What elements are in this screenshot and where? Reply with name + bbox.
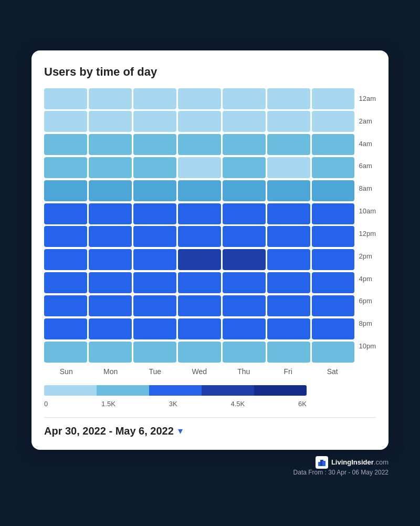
heatmap-cell [44,134,87,155]
heatmap-cell [178,249,221,270]
heatmap-cell [223,203,266,224]
legend-segment [97,385,149,396]
heatmap-cell [44,111,87,132]
heatmap-cell [178,318,221,339]
heatmap-cell [312,88,355,109]
heatmap-cell [267,203,310,224]
heatmap-cell [223,88,266,109]
heatmap-cell [178,226,221,247]
x-day-label: Sat [310,367,355,376]
heatmap-cell [89,88,132,109]
legend-bar [44,385,307,396]
y-time-label: 6am [359,156,376,177]
heatmap-cell [44,180,87,201]
heatmap-cell [44,88,87,109]
heatmap-cell [133,272,176,293]
x-day-label: Thu [222,367,266,376]
heatmap-cell [312,180,355,201]
brand-bold: LivingInsider [331,458,374,466]
heatmap-cell [178,111,221,132]
heatmap-cell [312,111,355,132]
main-card: Users by time of day SunMonTueWedThuFriS… [32,50,388,450]
heatmap-cell [178,203,221,224]
legend-value-label: 0 [44,400,48,408]
heatmap-cell [44,157,87,178]
heatmap-cell [312,157,355,178]
heatmap-cell [89,111,132,132]
heatmap-cell [223,272,266,293]
x-day-label: Fri [266,367,310,376]
y-time-label: 12am [359,88,376,109]
heatmap-cell [133,318,176,339]
heatmap-cell [267,272,310,293]
x-axis: SunMonTueWedThuFriSat [44,367,354,376]
heatmap-cell [223,180,266,201]
heatmap-cell [44,272,87,293]
heatmap-cell [223,157,266,178]
heatmap-cell [223,249,266,270]
heatmap-cell [312,342,355,363]
heatmap-cell [178,88,221,109]
heatmap-cell [89,272,132,293]
y-time-label: 10am [359,201,376,222]
heatmap-cell [178,180,221,201]
footer-data-text: Data From : 30 Apr - 06 May 2022 [293,469,388,476]
legend-value-label: 6K [298,400,307,408]
date-range-row[interactable]: Apr 30, 2022 - May 6, 2022 ▾ [44,425,376,437]
heatmap-cell [89,342,132,363]
heatmap-cell [267,111,310,132]
legend-value-label: 1.5K [101,400,116,408]
heatmap-cell [267,342,310,363]
heatmap-cell [44,249,87,270]
heatmap-cell [267,249,310,270]
heatmap-cell [89,203,132,224]
heatmap-cell [267,88,310,109]
y-axis: 12am2am4am6am8am10am12pm2pm4pm6pm8pm10pm [354,88,376,358]
heatmap-cell [267,157,310,178]
legend-segment [202,385,254,396]
y-time-label: 8am [359,178,376,199]
y-time-label: 4am [359,133,376,154]
heatmap-cell [133,157,176,178]
heatmap-cell [267,226,310,247]
heatmap-cell [178,342,221,363]
heatmap-cell [89,295,132,316]
x-day-label: Mon [88,367,133,376]
legend-segment [254,385,307,396]
legend-area: 01.5K3K4.5K6K [44,385,376,408]
heatmap-cell [223,295,266,316]
heatmap-cell [89,318,132,339]
logo-icon [316,456,328,469]
y-time-label: 6pm [359,291,376,312]
y-time-label: 10pm [359,335,376,356]
heatmap-cell [89,249,132,270]
heatmap-cell [312,134,355,155]
footer-info: LivingInsider.com Data From : 30 Apr - 0… [293,456,388,476]
heatmap-cell [133,88,176,109]
heatmap-cell [133,295,176,316]
heatmap-cell [44,226,87,247]
heatmap-cell [133,249,176,270]
legend-value-label: 4.5K [230,400,245,408]
legend-value-label: 3K [169,400,177,408]
heatmap-cell [178,134,221,155]
legend-segment [149,385,202,396]
brand-name: LivingInsider.com [331,458,388,466]
y-time-label: 12pm [359,223,376,244]
heatmap-cell [312,226,355,247]
heatmap-cell [89,180,132,201]
heatmap-cell [312,295,355,316]
heatmap-cell [267,318,310,339]
dropdown-icon[interactable]: ▾ [178,425,183,437]
brand-domain: .com [374,458,388,466]
heatmap-cell [312,318,355,339]
heatmap-cell [133,180,176,201]
heatmap-cell [312,203,355,224]
date-range-text: Apr 30, 2022 - May 6, 2022 [44,425,174,437]
heatmap-cell [267,134,310,155]
heatmap-cell [223,342,266,363]
heatmap-cell [133,203,176,224]
heatmap-cell [44,203,87,224]
heatmap-cell [223,134,266,155]
y-time-label: 4pm [359,268,376,289]
